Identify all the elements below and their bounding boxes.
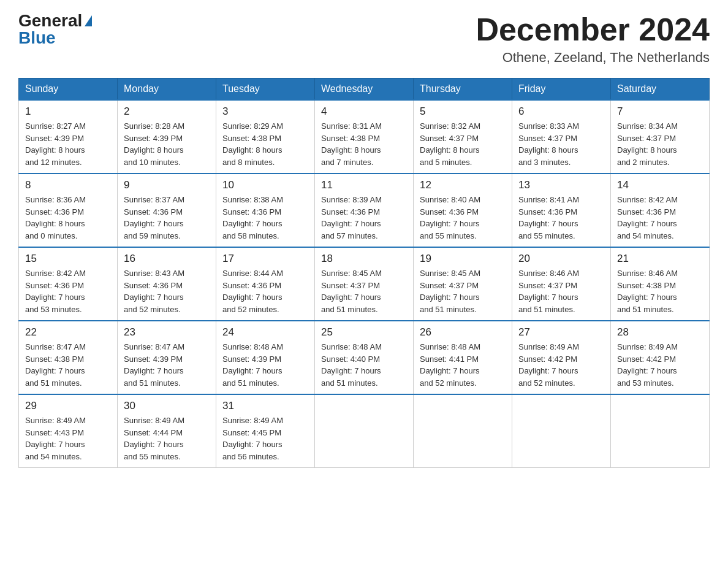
calendar-cell: 15 Sunrise: 8:42 AMSunset: 4:36 PMDaylig… (19, 247, 118, 321)
week-row-1: 1 Sunrise: 8:27 AMSunset: 4:39 PMDayligh… (19, 100, 710, 174)
day-info: Sunrise: 8:36 AMSunset: 4:36 PMDaylight:… (25, 194, 111, 242)
calendar-cell: 2 Sunrise: 8:28 AMSunset: 4:39 PMDayligh… (118, 100, 216, 174)
column-header-sunday: Sunday (19, 79, 118, 101)
day-info: Sunrise: 8:46 AMSunset: 4:38 PMDaylight:… (617, 267, 703, 315)
day-number: 18 (321, 253, 407, 265)
logo-triangle-icon (85, 15, 92, 26)
calendar-cell (315, 394, 414, 468)
day-number: 28 (617, 326, 703, 339)
day-number: 31 (222, 400, 308, 412)
day-number: 27 (518, 326, 604, 339)
day-number: 17 (222, 253, 308, 265)
calendar-cell: 25 Sunrise: 8:48 AMSunset: 4:40 PMDaylig… (315, 321, 414, 394)
day-info: Sunrise: 8:42 AMSunset: 4:36 PMDaylight:… (617, 194, 703, 242)
title-block: December 2024 Othene, Zeeland, The Nethe… (476, 12, 710, 66)
day-number: 13 (518, 179, 604, 191)
calendar-cell: 20 Sunrise: 8:46 AMSunset: 4:37 PMDaylig… (512, 247, 611, 321)
header-row: SundayMondayTuesdayWednesdayThursdayFrid… (19, 79, 710, 101)
calendar-cell: 17 Sunrise: 8:44 AMSunset: 4:36 PMDaylig… (216, 247, 315, 321)
page-header: General Blue December 2024 Othene, Zeela… (18, 12, 710, 66)
day-info: Sunrise: 8:37 AMSunset: 4:36 PMDaylight:… (124, 194, 210, 242)
column-header-wednesday: Wednesday (315, 79, 414, 101)
column-header-tuesday: Tuesday (216, 79, 315, 101)
day-number: 7 (617, 105, 703, 118)
calendar-cell: 30 Sunrise: 8:49 AMSunset: 4:44 PMDaylig… (118, 394, 216, 468)
day-number: 2 (124, 105, 210, 118)
calendar-cell: 9 Sunrise: 8:37 AMSunset: 4:36 PMDayligh… (118, 174, 216, 247)
calendar-cell: 3 Sunrise: 8:29 AMSunset: 4:38 PMDayligh… (216, 100, 315, 174)
calendar-cell: 22 Sunrise: 8:47 AMSunset: 4:38 PMDaylig… (19, 321, 118, 394)
calendar-cell: 27 Sunrise: 8:49 AMSunset: 4:42 PMDaylig… (512, 321, 611, 394)
day-info: Sunrise: 8:47 AMSunset: 4:39 PMDaylight:… (124, 341, 210, 389)
day-info: Sunrise: 8:34 AMSunset: 4:37 PMDaylight:… (617, 120, 703, 168)
calendar-cell: 19 Sunrise: 8:45 AMSunset: 4:37 PMDaylig… (414, 247, 512, 321)
calendar-cell: 13 Sunrise: 8:41 AMSunset: 4:36 PMDaylig… (512, 174, 611, 247)
day-info: Sunrise: 8:46 AMSunset: 4:37 PMDaylight:… (518, 267, 604, 315)
calendar-cell: 11 Sunrise: 8:39 AMSunset: 4:36 PMDaylig… (315, 174, 414, 247)
day-info: Sunrise: 8:29 AMSunset: 4:38 PMDaylight:… (222, 120, 308, 168)
calendar-cell: 24 Sunrise: 8:48 AMSunset: 4:39 PMDaylig… (216, 321, 315, 394)
day-number: 11 (321, 179, 407, 191)
day-number: 6 (518, 105, 604, 118)
day-number: 1 (25, 105, 111, 118)
day-info: Sunrise: 8:31 AMSunset: 4:38 PMDaylight:… (321, 120, 407, 168)
calendar-cell: 31 Sunrise: 8:49 AMSunset: 4:45 PMDaylig… (216, 394, 315, 468)
calendar-cell: 5 Sunrise: 8:32 AMSunset: 4:37 PMDayligh… (414, 100, 512, 174)
day-info: Sunrise: 8:49 AMSunset: 4:43 PMDaylight:… (25, 415, 111, 462)
week-row-5: 29 Sunrise: 8:49 AMSunset: 4:43 PMDaylig… (19, 394, 710, 468)
day-info: Sunrise: 8:45 AMSunset: 4:37 PMDaylight:… (420, 267, 506, 315)
calendar-title: December 2024 (476, 12, 710, 47)
day-number: 21 (617, 253, 703, 265)
day-info: Sunrise: 8:39 AMSunset: 4:36 PMDaylight:… (321, 194, 407, 242)
day-info: Sunrise: 8:49 AMSunset: 4:45 PMDaylight:… (222, 415, 308, 462)
week-row-4: 22 Sunrise: 8:47 AMSunset: 4:38 PMDaylig… (19, 321, 710, 394)
calendar-cell: 21 Sunrise: 8:46 AMSunset: 4:38 PMDaylig… (611, 247, 710, 321)
day-number: 12 (420, 179, 506, 191)
day-number: 25 (321, 326, 407, 339)
calendar-cell: 8 Sunrise: 8:36 AMSunset: 4:36 PMDayligh… (19, 174, 118, 247)
column-header-thursday: Thursday (414, 79, 512, 101)
calendar-cell (611, 394, 710, 468)
calendar-cell: 18 Sunrise: 8:45 AMSunset: 4:37 PMDaylig… (315, 247, 414, 321)
calendar-cell: 12 Sunrise: 8:40 AMSunset: 4:36 PMDaylig… (414, 174, 512, 247)
calendar-cell (512, 394, 611, 468)
calendar-cell (414, 394, 512, 468)
day-number: 9 (124, 179, 210, 191)
day-number: 19 (420, 253, 506, 265)
day-number: 14 (617, 179, 703, 191)
calendar-cell: 23 Sunrise: 8:47 AMSunset: 4:39 PMDaylig… (118, 321, 216, 394)
day-info: Sunrise: 8:42 AMSunset: 4:36 PMDaylight:… (25, 267, 111, 315)
day-number: 22 (25, 326, 111, 339)
calendar-cell: 6 Sunrise: 8:33 AMSunset: 4:37 PMDayligh… (512, 100, 611, 174)
calendar-cell: 29 Sunrise: 8:49 AMSunset: 4:43 PMDaylig… (19, 394, 118, 468)
day-number: 30 (124, 400, 210, 412)
day-info: Sunrise: 8:32 AMSunset: 4:37 PMDaylight:… (420, 120, 506, 168)
day-info: Sunrise: 8:49 AMSunset: 4:42 PMDaylight:… (617, 341, 703, 389)
day-info: Sunrise: 8:49 AMSunset: 4:42 PMDaylight:… (518, 341, 604, 389)
day-info: Sunrise: 8:47 AMSunset: 4:38 PMDaylight:… (25, 341, 111, 389)
day-number: 10 (222, 179, 308, 191)
calendar-cell: 1 Sunrise: 8:27 AMSunset: 4:39 PMDayligh… (19, 100, 118, 174)
day-info: Sunrise: 8:44 AMSunset: 4:36 PMDaylight:… (222, 267, 308, 315)
day-info: Sunrise: 8:48 AMSunset: 4:41 PMDaylight:… (420, 341, 506, 389)
calendar-cell: 7 Sunrise: 8:34 AMSunset: 4:37 PMDayligh… (611, 100, 710, 174)
calendar-cell: 28 Sunrise: 8:49 AMSunset: 4:42 PMDaylig… (611, 321, 710, 394)
day-info: Sunrise: 8:49 AMSunset: 4:44 PMDaylight:… (124, 415, 210, 462)
day-number: 16 (124, 253, 210, 265)
day-info: Sunrise: 8:48 AMSunset: 4:39 PMDaylight:… (222, 341, 308, 389)
day-number: 24 (222, 326, 308, 339)
logo: General Blue (18, 12, 92, 47)
day-info: Sunrise: 8:43 AMSunset: 4:36 PMDaylight:… (124, 267, 210, 315)
logo-blue: Blue (18, 29, 56, 47)
day-info: Sunrise: 8:48 AMSunset: 4:40 PMDaylight:… (321, 341, 407, 389)
week-row-3: 15 Sunrise: 8:42 AMSunset: 4:36 PMDaylig… (19, 247, 710, 321)
day-info: Sunrise: 8:27 AMSunset: 4:39 PMDaylight:… (25, 120, 111, 168)
calendar-cell: 16 Sunrise: 8:43 AMSunset: 4:36 PMDaylig… (118, 247, 216, 321)
day-number: 8 (25, 179, 111, 191)
column-header-saturday: Saturday (611, 79, 710, 101)
day-info: Sunrise: 8:28 AMSunset: 4:39 PMDaylight:… (124, 120, 210, 168)
calendar-cell: 26 Sunrise: 8:48 AMSunset: 4:41 PMDaylig… (414, 321, 512, 394)
day-info: Sunrise: 8:33 AMSunset: 4:37 PMDaylight:… (518, 120, 604, 168)
calendar-cell: 4 Sunrise: 8:31 AMSunset: 4:38 PMDayligh… (315, 100, 414, 174)
day-info: Sunrise: 8:38 AMSunset: 4:36 PMDaylight:… (222, 194, 308, 242)
